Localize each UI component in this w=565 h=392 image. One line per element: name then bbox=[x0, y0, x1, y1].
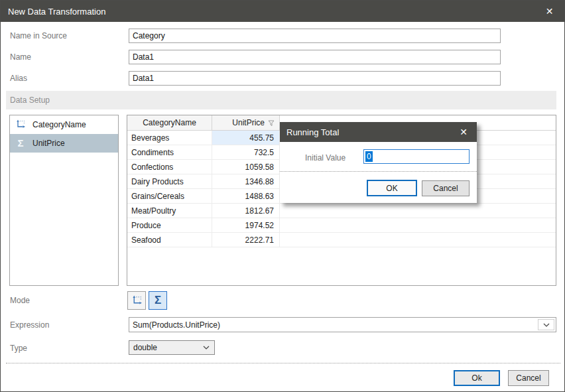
expression-value: Sum(Products.UnitPrice) bbox=[133, 320, 220, 330]
expression-dropdown-button[interactable] bbox=[538, 319, 554, 330]
alias-label: Alias bbox=[10, 74, 27, 83]
category-cell[interactable]: Confections bbox=[127, 160, 212, 174]
list-item-unitprice[interactable]: Σ UnitPrice bbox=[10, 134, 118, 153]
list-item-label: UnitPrice bbox=[32, 139, 65, 148]
dialog-title: New Data Transformation bbox=[8, 7, 105, 17]
chevron-down-icon bbox=[203, 346, 210, 350]
footer-divider bbox=[6, 363, 560, 363]
field-list: CategoryName Σ UnitPrice bbox=[9, 115, 119, 286]
selected-text: 0 bbox=[365, 151, 373, 162]
title-bar[interactable]: New Data Transformation ✕ bbox=[1, 1, 564, 22]
name-input[interactable]: Data1 bbox=[129, 50, 501, 64]
running-total-title: Running Total bbox=[286, 127, 339, 137]
unitprice-cell[interactable]: 732.5 bbox=[212, 145, 280, 159]
close-icon[interactable]: ✕ bbox=[534, 1, 564, 22]
running-total-dialog: Running Total ✕ Initial Value 0 OK Cance… bbox=[280, 122, 477, 203]
unitprice-cell[interactable]: 1812.67 bbox=[212, 204, 280, 218]
unitprice-cell[interactable]: 455.75 bbox=[212, 131, 280, 145]
table-row[interactable]: Seafood 2222.71 bbox=[127, 233, 556, 247]
dimension-icon bbox=[15, 119, 26, 130]
dialog-divider bbox=[280, 171, 477, 172]
filter-icon[interactable] bbox=[268, 119, 275, 127]
cancel-button[interactable]: Cancel bbox=[508, 370, 549, 386]
initial-value-label: Initial Value bbox=[305, 153, 345, 163]
initial-value-input[interactable]: 0 bbox=[363, 149, 470, 164]
unitprice-cell[interactable]: 2222.71 bbox=[212, 233, 280, 247]
expression-label: Expression bbox=[10, 320, 49, 330]
name-in-source-input[interactable]: Category bbox=[129, 29, 501, 43]
data-setup-label: Data Setup bbox=[10, 96, 50, 105]
table-row[interactable]: Meat/Poultry 1812.67 bbox=[127, 204, 556, 218]
category-cell[interactable]: Seafood bbox=[127, 233, 212, 247]
sigma-icon: Σ bbox=[155, 295, 161, 306]
category-cell[interactable]: Meat/Poultry bbox=[127, 204, 212, 218]
name-label: Name bbox=[10, 52, 31, 62]
alias-input[interactable]: Data1 bbox=[129, 71, 501, 86]
table-row[interactable]: Produce 1974.52 bbox=[127, 218, 556, 233]
unitprice-cell[interactable]: 1346.88 bbox=[212, 174, 280, 188]
mode-label: Mode bbox=[10, 296, 30, 305]
dimension-icon bbox=[131, 295, 143, 306]
column-header-unitprice[interactable]: UnitPrice bbox=[212, 115, 280, 130]
unitprice-cell[interactable]: 1974.52 bbox=[212, 218, 280, 232]
type-select[interactable]: double bbox=[129, 340, 215, 355]
unitprice-cell[interactable]: 1059.58 bbox=[212, 160, 280, 174]
category-cell[interactable]: Dairy Products bbox=[127, 174, 212, 188]
new-data-transformation-dialog: New Data Transformation ✕ Name in Source… bbox=[0, 0, 565, 392]
name-in-source-label: Name in Source bbox=[10, 31, 67, 40]
chevron-down-icon bbox=[543, 323, 550, 327]
column-header-categoryname[interactable]: CategoryName bbox=[127, 115, 212, 130]
unitprice-cell[interactable]: 1488.63 bbox=[212, 189, 280, 203]
expression-input[interactable]: Sum(Products.UnitPrice) bbox=[129, 317, 556, 332]
close-icon[interactable]: ✕ bbox=[450, 122, 477, 142]
category-cell[interactable]: Beverages bbox=[127, 131, 212, 145]
mode-sum-button[interactable]: Σ bbox=[149, 291, 167, 310]
sigma-icon: Σ bbox=[15, 138, 26, 149]
ok-button[interactable]: Ok bbox=[454, 370, 500, 386]
type-label: Type bbox=[10, 344, 27, 353]
running-total-ok-button[interactable]: OK bbox=[367, 180, 417, 196]
data-setup-section-header: Data Setup bbox=[6, 91, 556, 109]
running-total-cancel-button[interactable]: Cancel bbox=[422, 180, 470, 196]
type-value: double bbox=[133, 343, 157, 352]
category-cell[interactable]: Produce bbox=[127, 218, 212, 232]
running-total-title-bar[interactable]: Running Total ✕ bbox=[280, 122, 477, 142]
list-item-label: CategoryName bbox=[32, 120, 86, 129]
category-cell[interactable]: Condiments bbox=[127, 145, 212, 159]
list-item-categoryname[interactable]: CategoryName bbox=[10, 115, 118, 134]
mode-dimension-button[interactable] bbox=[127, 291, 146, 310]
category-cell[interactable]: Grains/Cereals bbox=[127, 189, 212, 203]
